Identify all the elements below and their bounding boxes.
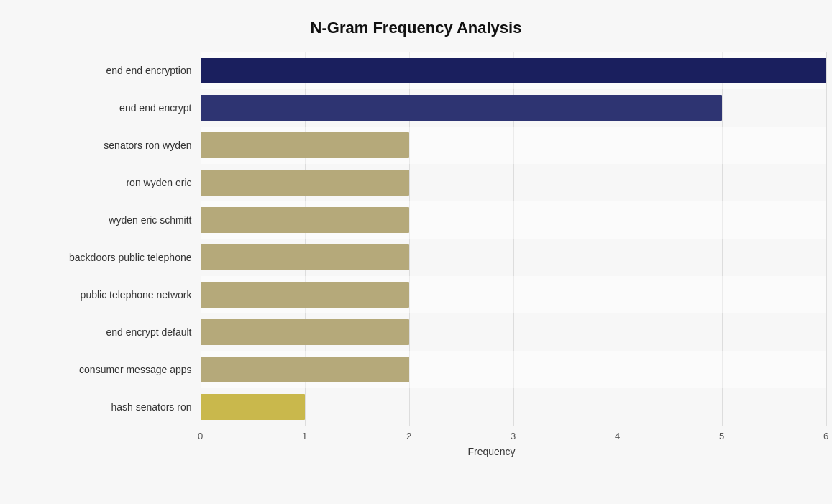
bar-9 (201, 394, 305, 420)
chart-bar-row (201, 388, 826, 426)
chart-bar-row (201, 52, 826, 89)
chart-body: end end encryptionend end encryptsenator… (50, 52, 783, 426)
bars-and-grid (201, 52, 826, 426)
chart-bar-row (201, 239, 826, 276)
bar-6 (201, 282, 409, 308)
bar-1 (201, 95, 722, 121)
y-axis-labels: end end encryptionend end encryptsenator… (50, 52, 201, 426)
bars-render-area (201, 52, 826, 426)
bar-5 (201, 244, 409, 270)
x-axis-label: Frequency (201, 446, 783, 457)
y-label-0: end end encryption (50, 52, 201, 89)
x-axis-ticks: 0123456 (201, 426, 783, 443)
x-tick-label: 1 (302, 431, 307, 441)
chart-bar-row (201, 127, 826, 164)
y-label-4: wyden eric schmitt (50, 201, 201, 239)
chart-bar-row (201, 313, 826, 351)
x-tick-label: 2 (406, 431, 411, 441)
chart-bar-row (201, 351, 826, 388)
chart-bar-row (201, 164, 826, 201)
x-tick-label: 0 (198, 431, 203, 441)
bar-0 (201, 58, 826, 83)
x-tick-label: 3 (511, 431, 516, 441)
y-label-8: consumer message apps (50, 351, 201, 388)
x-tick-label: 6 (823, 431, 828, 441)
bar-2 (201, 132, 409, 158)
bar-8 (201, 357, 409, 382)
chart-container: N-Gram Frequency Analysis end end encryp… (21, 4, 812, 500)
chart-bar-row (201, 89, 826, 127)
chart-bar-row (201, 276, 826, 313)
chart-title: N-Gram Frequency Analysis (50, 19, 783, 37)
x-tick-label: 5 (719, 431, 724, 441)
y-label-6: public telephone network (50, 276, 201, 313)
x-tick-label: 4 (615, 431, 620, 441)
y-label-3: ron wyden eric (50, 164, 201, 201)
chart-bar-row (201, 201, 826, 239)
bar-4 (201, 207, 409, 233)
grid-line (826, 52, 827, 426)
y-label-2: senators ron wyden (50, 127, 201, 164)
y-label-1: end end encrypt (50, 89, 201, 127)
bar-3 (201, 170, 409, 196)
bar-7 (201, 319, 409, 345)
y-label-7: end encrypt default (50, 313, 201, 351)
y-label-9: hash senators ron (50, 388, 201, 426)
y-label-5: backdoors public telephone (50, 239, 201, 276)
